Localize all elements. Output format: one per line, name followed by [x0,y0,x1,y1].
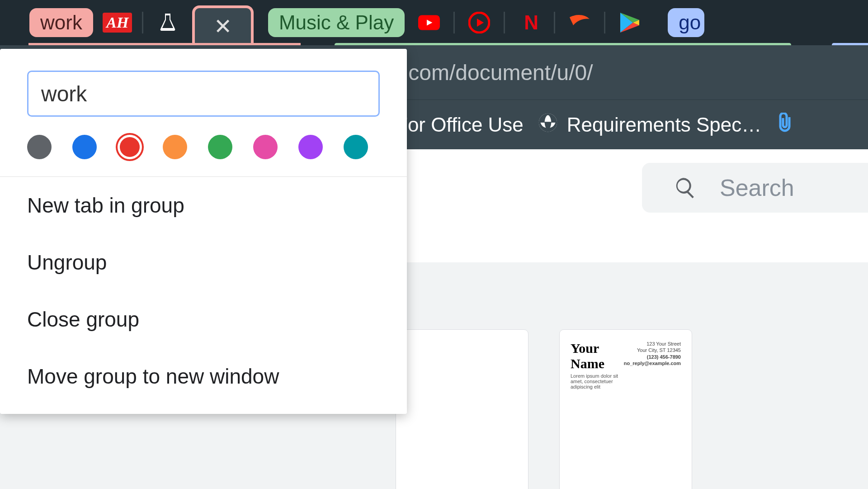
template-row: Your Name Lorem ipsum dolor sit amet, co… [396,329,692,489]
tab-group-work[interactable]: work [29,8,93,37]
swatch-red[interactable] [118,135,142,159]
template-addr1: 123 Your Street [624,341,681,347]
swatch-teal[interactable] [344,135,368,159]
tab-favicon-ah[interactable]: AH [107,12,128,33]
ah-icon: AH [103,13,132,33]
template-name: Your Name [571,341,624,371]
template-resume[interactable]: Your Name Lorem ipsum dolor sit amet, co… [559,329,692,489]
tab-favicon-stadia[interactable] [569,12,590,33]
youtube-icon [418,14,440,32]
tab-group-google[interactable]: go [668,8,704,37]
search-icon [674,176,697,199]
menu-new-tab-in-group[interactable]: New tab in group [0,177,407,234]
tab-favicon-playstore[interactable] [619,12,641,33]
url-text: .com/document/u/0/ [402,60,593,85]
swatch-pink[interactable] [253,135,278,159]
tab-divider [142,12,143,33]
tab-divider [504,12,505,33]
search-placeholder: Search [720,174,794,201]
menu-move-to-window[interactable]: Move group to new window [0,348,407,405]
flask-icon [157,12,179,33]
tab-favicon-labs[interactable] [157,12,179,33]
color-swatch-row [0,135,407,176]
stadia-icon [569,14,590,32]
tab-strip: work AH ✕ Music & Play N [0,0,868,45]
youtube-circle-icon [468,12,490,33]
tab-favicon-youtube[interactable] [418,12,440,33]
menu-close-group[interactable]: Close group [0,291,407,348]
swatch-grey[interactable] [27,135,52,159]
play-store-icon [619,12,640,33]
close-icon[interactable]: ✕ [214,16,232,38]
globe-icon [538,113,558,137]
template-phone: (123) 456-7890 [624,354,681,360]
docs-search[interactable]: Search [642,163,868,213]
tab-favicon-netflix[interactable]: N [519,12,540,33]
menu-ungroup[interactable]: Ungroup [0,234,407,291]
tab-group-music[interactable]: Music & Play [268,8,405,37]
paperclip-icon [776,113,794,137]
swatch-green[interactable] [208,135,232,159]
swatch-orange[interactable] [163,135,187,159]
swatch-blue[interactable] [72,135,97,159]
tab-divider [604,12,605,33]
template-blank[interactable] [396,329,528,489]
tab-favicon-music[interactable] [468,12,490,33]
template-lorem: Lorem ipsum dolor sit amet, consectetuer… [571,373,624,389]
bookmark-label: Requirements Spec… [567,114,761,136]
bookmark-office[interactable]: For Office Use [396,114,524,136]
tab-divider [554,12,555,33]
template-addr2: Your City, ST 12345 [624,347,681,353]
bookmark-partial[interactable] [776,113,794,137]
bookmark-requirements[interactable]: Requirements Spec… [538,113,761,137]
group-name-input[interactable] [27,71,380,117]
template-email: no_reply@example.com [624,360,681,366]
netflix-icon: N [524,11,535,34]
tab-divider [453,12,455,33]
bookmark-label: For Office Use [396,114,524,136]
active-tab[interactable]: ✕ [192,5,254,45]
swatch-purple[interactable] [298,135,323,159]
tab-group-popup: New tab in group Ungroup Close group Mov… [0,49,407,414]
